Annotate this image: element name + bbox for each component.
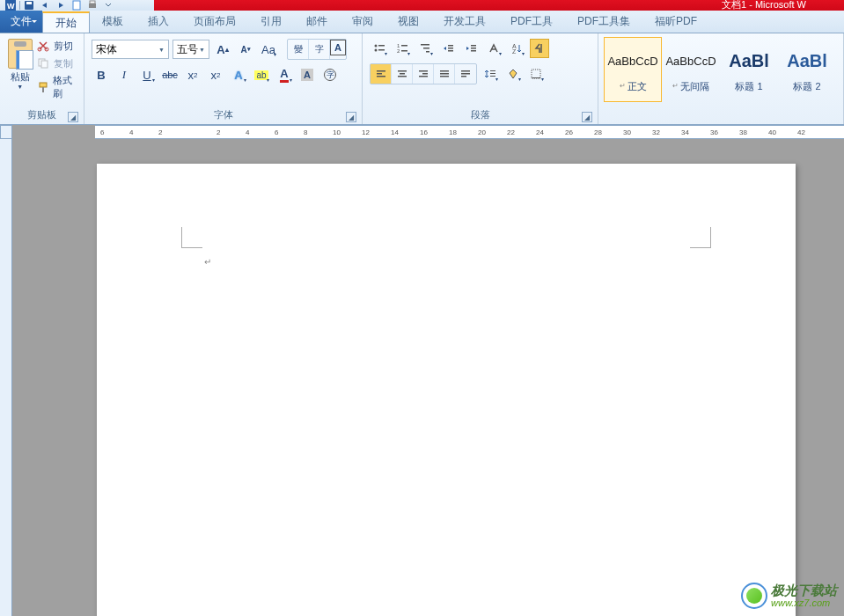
- show-marks-button[interactable]: [530, 39, 549, 58]
- print-icon[interactable]: [85, 0, 99, 11]
- svg-rect-51: [532, 77, 540, 78]
- shrink-font-button[interactable]: A▾: [236, 40, 255, 59]
- style-normal[interactable]: AaBbCcD ↵正文: [604, 37, 662, 102]
- strikethrough-button[interactable]: abc: [160, 65, 180, 84]
- window-title: 文档1 - Microsoft W: [722, 0, 806, 11]
- vertical-ruler[interactable]: [0, 139, 12, 616]
- tab-view[interactable]: 视图: [385, 11, 431, 33]
- tab-references[interactable]: 引用: [248, 11, 294, 33]
- qat-customize-icon[interactable]: [101, 0, 115, 11]
- grow-font-button[interactable]: A▴: [213, 40, 232, 59]
- styles-gallery[interactable]: AaBbCcD ↵正文 AaBbCcD ↵无间隔 AaBl 标题 1 AaBl …: [604, 35, 836, 102]
- bullets-button[interactable]: [370, 39, 389, 58]
- svg-rect-20: [401, 50, 407, 52]
- new-doc-icon[interactable]: [70, 0, 84, 11]
- tab-mailings[interactable]: 邮件: [294, 11, 340, 33]
- phonetic-guide-button[interactable]: 變: [288, 40, 309, 59]
- subscript-button[interactable]: x2: [183, 65, 202, 84]
- ruler-corner[interactable]: [0, 125, 12, 139]
- enclose-chars-button[interactable]: 字: [309, 40, 330, 59]
- watermark-logo: 极光下载站 www.xz7.com: [741, 583, 837, 609]
- svg-rect-16: [378, 49, 385, 51]
- tab-foxit-pdf[interactable]: 福昕PDF: [642, 11, 709, 33]
- tab-home[interactable]: 开始: [42, 11, 90, 33]
- save-icon[interactable]: [22, 0, 36, 11]
- svg-rect-45: [461, 73, 470, 75]
- margin-corner-icon: [181, 227, 202, 248]
- aurora-logo-icon: [741, 583, 767, 609]
- dialog-launcher-icon[interactable]: ◢: [582, 112, 592, 122]
- svg-rect-38: [419, 70, 428, 72]
- numbering-button[interactable]: 12: [393, 39, 412, 58]
- superscript-button[interactable]: x2: [206, 65, 225, 84]
- align-distribute-button[interactable]: [455, 64, 476, 84]
- multilevel-list-button[interactable]: [415, 39, 435, 58]
- char-shading-button[interactable]: A: [297, 65, 317, 84]
- redo-icon[interactable]: [54, 0, 68, 11]
- highlight-button[interactable]: ab: [252, 65, 271, 84]
- margin-corner-icon: [690, 227, 711, 248]
- borders-button[interactable]: [526, 64, 546, 84]
- undo-icon[interactable]: [38, 0, 52, 11]
- tab-template[interactable]: 模板: [90, 11, 136, 33]
- document-page[interactable]: ↵: [97, 164, 796, 616]
- chevron-down-icon: ▼: [17, 84, 23, 90]
- align-center-button[interactable]: [392, 64, 413, 84]
- tab-pdf-tools[interactable]: PDF工具: [498, 11, 565, 33]
- increase-indent-button[interactable]: [461, 39, 481, 58]
- group-paragraph: 12 AZ: [363, 33, 598, 124]
- file-tab[interactable]: 文件: [0, 11, 42, 33]
- copy-icon: [36, 56, 50, 70]
- tab-insert[interactable]: 插入: [136, 11, 181, 33]
- bold-button[interactable]: B: [92, 65, 111, 84]
- dialog-launcher-icon[interactable]: ◢: [346, 112, 356, 122]
- style-no-spacing[interactable]: AaBbCcD ↵无间隔: [662, 37, 720, 102]
- ribbon: 粘贴 ▼ 剪切 复制 格式刷 剪贴板 ◢: [0, 33, 844, 125]
- cut-button[interactable]: 剪切: [36, 39, 80, 53]
- change-case-button[interactable]: Aa: [259, 40, 278, 59]
- word-app-icon[interactable]: W: [4, 0, 18, 11]
- tab-developer[interactable]: 开发工具: [431, 11, 498, 33]
- style-heading-1[interactable]: AaBl 标题 1: [720, 37, 778, 102]
- svg-rect-44: [461, 70, 470, 72]
- enclose-circle-button[interactable]: 字: [320, 65, 340, 84]
- paste-button[interactable]: 粘贴 ▼: [4, 35, 36, 90]
- align-left-button[interactable]: [371, 64, 392, 84]
- italic-button[interactable]: I: [114, 65, 134, 84]
- underline-button[interactable]: U: [137, 65, 157, 84]
- svg-rect-18: [401, 45, 407, 47]
- document-area: ↵: [0, 139, 844, 616]
- decrease-indent-button[interactable]: [438, 39, 458, 58]
- svg-rect-6: [90, 1, 95, 4]
- dialog-launcher-icon[interactable]: ◢: [68, 112, 78, 122]
- group-styles: AaBbCcD ↵正文 AaBbCcD ↵无间隔 AaBl 标题 1 AaBl …: [598, 33, 844, 124]
- align-justify-button[interactable]: [434, 64, 455, 84]
- format-painter-button[interactable]: 格式刷: [36, 74, 80, 100]
- font-size-combo[interactable]: 五号▼: [172, 40, 209, 59]
- svg-rect-25: [448, 48, 453, 49]
- svg-rect-32: [377, 70, 385, 72]
- svg-rect-37: [398, 76, 407, 77]
- svg-rect-50: [532, 70, 540, 78]
- tab-pdf-toolset[interactable]: PDF工具集: [565, 11, 642, 33]
- shading-button[interactable]: [503, 64, 523, 84]
- svg-rect-22: [423, 48, 429, 49]
- font-family-combo[interactable]: 宋体▼: [92, 40, 169, 59]
- tab-page-layout[interactable]: 页面布局: [181, 11, 248, 33]
- svg-point-15: [375, 49, 378, 52]
- group-font: 宋体▼ 五号▼ A▴ A▾ Aa 變 字 A B I U abc x: [84, 33, 363, 124]
- text-effects-button[interactable]: A: [229, 65, 248, 84]
- char-border-button[interactable]: A: [330, 40, 346, 55]
- font-color-button[interactable]: A: [275, 65, 294, 84]
- line-spacing-button[interactable]: [481, 64, 500, 84]
- paintbrush-icon: [36, 80, 49, 94]
- style-heading-2[interactable]: AaBl 标题 2: [778, 37, 836, 102]
- copy-button[interactable]: 复制: [36, 56, 80, 70]
- asian-layout-button[interactable]: [484, 39, 503, 58]
- sort-button[interactable]: AZ: [507, 39, 526, 58]
- svg-rect-43: [440, 76, 449, 77]
- horizontal-ruler[interactable]: 6422468101214161820222426283032343638404…: [95, 125, 844, 139]
- scissors-icon: [36, 39, 50, 53]
- align-right-button[interactable]: [413, 64, 434, 84]
- tab-review[interactable]: 审阅: [340, 11, 385, 33]
